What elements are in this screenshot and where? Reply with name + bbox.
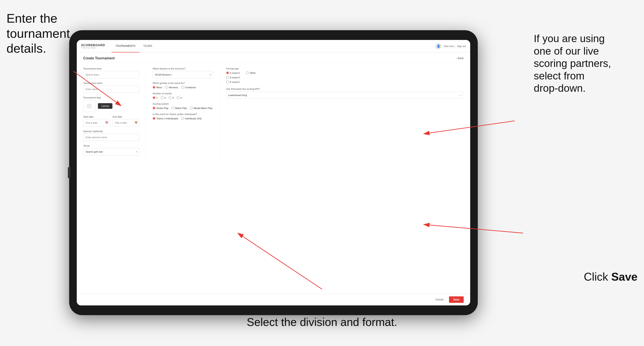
rounds-4-radio[interactable] xyxy=(176,96,180,99)
format-6count4-label: 6 count 4 xyxy=(230,76,240,79)
annotation-bottom-right: Click Save xyxy=(584,270,638,283)
gender-combined[interactable]: Combined xyxy=(181,86,196,89)
annotation-top-right: If you are using one of our live scoring… xyxy=(534,32,638,95)
scoring-match-radio[interactable] xyxy=(172,107,174,109)
tournament-name-label: Tournament name xyxy=(83,82,140,84)
back-link[interactable]: Back xyxy=(456,57,464,60)
gender-radio-group: Mens Womens Combined xyxy=(152,86,213,89)
rounds-3-radio[interactable] xyxy=(168,96,172,99)
tournament-name-group: Tournament name xyxy=(83,82,140,93)
tournament-host-group: Tournament Host xyxy=(83,67,140,78)
gender-mens-label: Mens xyxy=(156,86,162,89)
format-6count4[interactable]: 6 count 4 xyxy=(226,76,240,79)
format-5count4[interactable]: 5 count 4 xyxy=(226,71,240,74)
side-panel-button[interactable] xyxy=(68,167,70,178)
teams-radio-group: Teams (+Individuals) Individuals Only xyxy=(152,117,213,120)
api-clear-button[interactable]: × ÷ xyxy=(459,94,462,96)
format-6count4-radio[interactable] xyxy=(226,76,229,79)
format-6count5[interactable]: 6 count 5 xyxy=(226,81,240,83)
format-other-radio[interactable] xyxy=(246,71,249,74)
cancel-button[interactable]: Cancel xyxy=(432,296,447,303)
rounds-1[interactable]: 1 xyxy=(152,96,158,99)
gender-womens-radio[interactable] xyxy=(165,86,168,89)
start-date-group: Start date 📅 xyxy=(83,116,110,127)
format-col-main: 5 count 4 6 count 4 6 count 5 xyxy=(226,71,240,83)
scoring-label: Scoring system xyxy=(152,103,213,105)
rounds-3[interactable]: 3 xyxy=(168,96,174,99)
calendar-icon-start: 📅 xyxy=(105,121,108,124)
format-5count4-radio[interactable] xyxy=(226,71,229,74)
scoring-medal-label: Medal Match Play xyxy=(194,107,212,109)
format-type-label: Format type xyxy=(226,67,464,70)
end-date-wrapper: 📅 xyxy=(113,119,140,127)
rounds-2[interactable]: 2 xyxy=(160,96,166,99)
rounds-1-label: 1 xyxy=(156,96,158,99)
format-other[interactable]: Other xyxy=(246,71,256,74)
tournament-name-input[interactable] xyxy=(83,85,140,93)
end-date-group: End date 📅 xyxy=(113,116,140,127)
venue-select-wrapper: Search golf club xyxy=(83,148,140,156)
form-col-left: Tournament Host Tournament name Tourname… xyxy=(83,67,146,159)
venue-select[interactable]: Search golf club xyxy=(83,148,140,156)
logo-placeholder xyxy=(83,100,95,112)
teams-only-radio[interactable] xyxy=(181,117,184,120)
tournament-host-label: Tournament Host xyxy=(83,67,140,70)
start-date-label: Start date xyxy=(83,116,110,118)
rounds-1-radio[interactable] xyxy=(152,96,156,99)
scoring-stroke-radio[interactable] xyxy=(152,107,156,109)
division-group: Which division is the event for? NCAA Di… xyxy=(152,67,213,78)
logo-sub: Powered by Clippit xyxy=(81,47,105,49)
rounds-4-label: 4 xyxy=(180,96,182,99)
api-tag-value: Leaderboard King xyxy=(228,94,247,96)
teams-individuals-only[interactable]: Individuals Only xyxy=(181,117,202,120)
format-6count5-radio[interactable] xyxy=(226,81,229,83)
rounds-label: Number of rounds xyxy=(152,92,213,95)
annotation-bottom-center: Select the division and format. xyxy=(247,315,397,329)
rounds-4[interactable]: 4 xyxy=(176,96,182,99)
save-button[interactable]: Save xyxy=(449,296,464,303)
upload-button[interactable]: Upload xyxy=(98,103,112,109)
teams-plus-radio[interactable] xyxy=(152,117,156,120)
teams-plus-individuals[interactable]: Teams (+Individuals) xyxy=(152,117,178,120)
sponsor-input[interactable] xyxy=(83,134,140,141)
scoring-match[interactable]: Match Play xyxy=(172,107,187,109)
annotation-top-left: Enter the tournament details. xyxy=(6,11,70,56)
gender-mens-radio[interactable] xyxy=(152,86,156,89)
logo-upload-area: Upload xyxy=(83,100,140,112)
venue-group: Venue Search golf club xyxy=(83,144,140,156)
tab-tournaments[interactable]: TOURNAMENTS xyxy=(112,40,139,52)
end-date-label: End date xyxy=(113,116,140,118)
division-select[interactable]: NCAA Division I xyxy=(152,71,213,78)
sign-out-link[interactable]: Sign out xyxy=(457,45,466,47)
format-6count5-label: 6 count 5 xyxy=(230,81,240,83)
teams-plus-label: Teams (+Individuals) xyxy=(156,117,178,120)
rounds-2-radio[interactable] xyxy=(160,96,164,99)
format-other-label: Other xyxy=(250,72,256,74)
format-options: 5 count 4 6 count 4 6 count 5 xyxy=(226,71,464,83)
gender-womens[interactable]: Womens xyxy=(165,86,178,89)
user-label: Test User | xyxy=(444,45,455,47)
gender-combined-radio[interactable] xyxy=(181,86,184,89)
teams-only-label: Individuals Only xyxy=(185,117,202,120)
scoring-medal-radio[interactable] xyxy=(190,107,193,109)
page-title: Create Tournament xyxy=(83,56,115,60)
tab-teams[interactable]: TEAMS xyxy=(140,40,156,52)
rounds-group: Number of rounds 1 2 xyxy=(152,92,213,99)
form-col-right: Format type 5 count 4 6 count 4 xyxy=(220,67,464,159)
logo-title: SCOREBOARD xyxy=(81,43,105,47)
format-5count4-label: 5 count 4 xyxy=(230,72,240,74)
tournament-logo-label: Tournament logo xyxy=(83,96,140,99)
api-group: Use third-party live scoring API? Leader… xyxy=(226,88,464,99)
scoring-medal[interactable]: Medal Match Play xyxy=(190,107,212,109)
tournament-host-input[interactable] xyxy=(83,71,140,78)
division-select-wrapper: NCAA Division I xyxy=(152,71,213,78)
sponsor-label: Sponsor (optional) xyxy=(83,130,140,133)
nav-bar: SCOREBOARD Powered by Clippit TOURNAMENT… xyxy=(77,40,470,52)
api-tag-input[interactable]: Leaderboard King × ÷ xyxy=(226,92,464,99)
gender-group: Which gender is the event for? Mens Wome… xyxy=(152,82,213,89)
scoring-stroke[interactable]: Stroke Play xyxy=(152,107,168,109)
scoring-match-label: Match Play xyxy=(175,107,187,109)
gender-mens[interactable]: Mens xyxy=(152,86,162,89)
page-header: Create Tournament Back xyxy=(77,52,470,63)
gender-combined-label: Combined xyxy=(185,86,196,89)
